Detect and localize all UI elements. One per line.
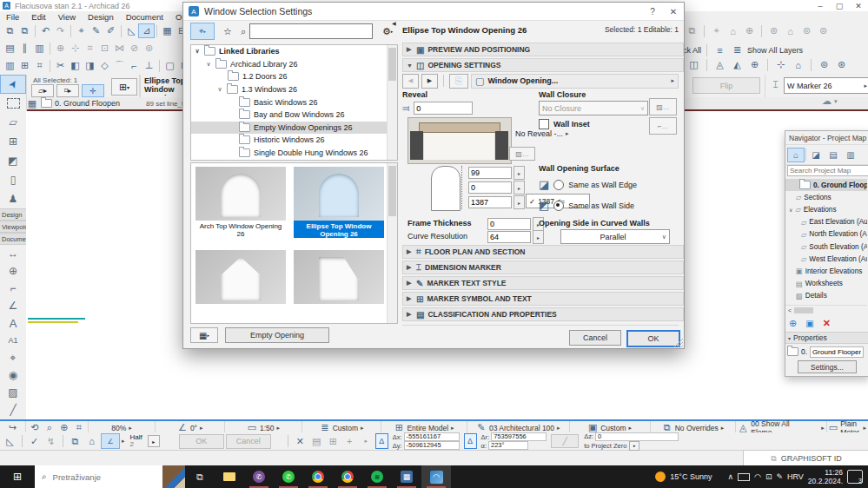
relative-angle-icon[interactable]: ◺	[3, 435, 17, 448]
layout-book-icon[interactable]: ▤	[825, 148, 841, 162]
slab-tool[interactable]: ▱	[0, 113, 26, 132]
navigator-title[interactable]: Navigator - Project Map	[785, 131, 868, 145]
transfer-settings-icon[interactable]: ▥	[32, 42, 47, 55]
tray-chevron-icon[interactable]: ∧	[727, 472, 733, 481]
delete-icon[interactable]: ✕	[823, 318, 831, 329]
chrome-button[interactable]	[303, 465, 333, 488]
clock-date[interactable]: 20.2.2024.	[808, 477, 843, 485]
wall-inset-options-button[interactable]: ⌐…	[649, 117, 677, 135]
tree-item-empty-window-openings[interactable]: Empty Window Openings 26	[191, 122, 397, 135]
project-map-icon[interactable]: ⌂	[788, 148, 804, 162]
layers-icon[interactable]: ⌗	[32, 59, 47, 72]
zone-tool[interactable]: ⌖	[0, 349, 26, 366]
dimension-tool[interactable]: ↔	[0, 245, 26, 262]
delta-xy-icon[interactable]: Δ	[375, 433, 388, 449]
mirror-icon[interactable]: ⌗	[83, 42, 97, 55]
show-all-layers-label[interactable]: Show All Layers	[747, 46, 803, 55]
nav-item-sections[interactable]: ▱Sections	[785, 191, 867, 203]
calculator-button[interactable]: ▦	[392, 465, 421, 488]
viber-button[interactable]: ✆	[244, 465, 274, 488]
maximize-button[interactable]: ▢	[830, 1, 849, 11]
render-icon[interactable]: ⊛	[834, 58, 849, 71]
door-tool[interactable]: ▯	[0, 170, 26, 189]
line-tool[interactable]: ╱	[0, 401, 26, 419]
grid-icon[interactable]: ⊞	[326, 435, 341, 448]
chrome-2-button[interactable]	[333, 465, 362, 488]
tree-item-bay-bow-windows[interactable]: Bay and Bow Windows 26	[191, 109, 397, 122]
modules-icon[interactable]: ◬	[712, 58, 727, 71]
intersect-icon[interactable]: ◇	[97, 59, 112, 72]
elevate-icon[interactable]: ⊡	[97, 42, 112, 55]
undo-icon[interactable]: ↶	[38, 24, 53, 37]
pen-tray-icon[interactable]: ✎	[776, 472, 783, 481]
detach-icon[interactable]: ⧉	[17, 24, 32, 37]
thumbnail-scrollbar[interactable]	[387, 163, 397, 323]
dx-input[interactable]: -555161167	[404, 432, 460, 441]
chevron-down-icon[interactable]: ∨	[205, 61, 212, 68]
dim-height-input[interactable]	[468, 167, 512, 179]
drag-icon[interactable]: ⊕	[53, 42, 68, 55]
window-tool[interactable]: ⊞	[0, 132, 26, 151]
nav-item-elevations[interactable]: ∨▱Elevations	[785, 203, 867, 215]
same-as-wall-side-radio[interactable]	[553, 201, 564, 211]
dialog-cancel-button[interactable]: Cancel	[569, 330, 621, 346]
weather-label[interactable]: 15°C Sunny	[670, 472, 712, 481]
axo-icon[interactable]: ⌂	[783, 24, 798, 37]
curve-resolution-spinner[interactable]: ▸	[533, 230, 544, 244]
section-classification[interactable]: ▶▤CLASSIFICATION AND PROPERTIES	[402, 307, 684, 321]
section-preview-positioning[interactable]: ▶▣PREVIEW AND POSITIONING	[402, 43, 684, 56]
search-highlight-image[interactable]	[162, 465, 185, 488]
rotate-icon[interactable]: ⊹	[68, 42, 83, 55]
file-explorer-button[interactable]	[215, 465, 244, 488]
dim-sill-input[interactable]	[468, 181, 512, 194]
opening-page-selector[interactable]: ▢Window Opening... ▸	[471, 74, 679, 89]
grid-snap-button[interactable]: ⊞▾	[111, 78, 137, 96]
perspective-icon[interactable]: ⊛	[766, 24, 781, 37]
chevron-down-icon[interactable]: ∨	[194, 48, 201, 55]
wall-inset-checkbox[interactable]	[539, 119, 549, 129]
whatsapp-button[interactable]: ✆	[274, 465, 303, 488]
snap-points-icon[interactable]: ▦	[160, 24, 175, 37]
wall-closure-options-button[interactable]: ▨…	[649, 98, 677, 115]
redo-icon[interactable]: ↷	[53, 24, 68, 37]
wall-closure-select[interactable]: No Closure∨	[539, 101, 648, 115]
split-icon[interactable]: ◧	[68, 59, 83, 72]
object-tool[interactable]: ♟	[0, 189, 26, 208]
same-as-wall-edge-label[interactable]: Same as Wall Edge	[568, 181, 637, 189]
w-marker-combo[interactable]: W Marker 26▸	[784, 77, 868, 94]
dim-header-input[interactable]	[468, 196, 512, 208]
prev-page-button[interactable]: ◀	[402, 74, 419, 89]
same-as-wall-edge-radio[interactable]	[553, 180, 564, 190]
mesh-icon[interactable]: ▤	[309, 435, 324, 448]
default-opening-button[interactable]: ▦▸	[190, 327, 218, 343]
z-reference-button[interactable]: ╱	[551, 434, 579, 448]
cursor-snap-icon[interactable]: ✓	[27, 435, 42, 448]
section-opening-settings[interactable]: ▼◫OPENING SETTINGS	[402, 58, 684, 72]
chamfer-icon[interactable]: ⌐	[127, 59, 142, 72]
adjust-icon[interactable]: ◨	[83, 59, 97, 72]
align-icon[interactable]: ⊥	[142, 59, 156, 72]
hscroll-thumb[interactable]	[794, 307, 813, 313]
selection-mode-icon[interactable]: ▱▸	[31, 84, 54, 97]
cloud-dropdown-icon[interactable]: ▾	[834, 98, 838, 105]
chevron-down-icon[interactable]: ∨	[216, 86, 223, 93]
add-viewpoint-icon[interactable]: ⊕	[789, 318, 797, 329]
section-floor-plan[interactable]: ▶⌗FLOOR PLAN AND SECTION	[402, 245, 684, 259]
wifi-icon[interactable]: ◠	[754, 472, 761, 481]
navigator-search-input[interactable]	[787, 165, 868, 176]
spotify-button[interactable]: ≋	[362, 465, 392, 488]
nav-item-worksheets[interactable]: ▤Worksheets	[785, 278, 867, 290]
label-tool[interactable]: A1	[0, 332, 26, 349]
dim-sill-spinner[interactable]: ▸	[514, 181, 525, 195]
toolbox-group-design[interactable]: Design	[0, 208, 28, 221]
tab-overview-icon[interactable]: ▦	[26, 97, 38, 110]
battery-icon[interactable]	[738, 473, 750, 481]
xref-icon[interactable]: ⊕	[747, 58, 762, 71]
guide-lines-icon[interactable]: ◺	[124, 24, 139, 37]
nav-item-south-elevation[interactable]: ▱South Elevation (A	[785, 241, 867, 253]
dr-input[interactable]: 753597556	[491, 432, 547, 441]
tracker-cancel-button[interactable]: Cancel	[226, 434, 271, 449]
text-tool[interactable]: A	[0, 314, 26, 332]
flip-button[interactable]: Flip	[692, 77, 760, 94]
delta-ra-icon[interactable]: Δ	[464, 433, 477, 449]
